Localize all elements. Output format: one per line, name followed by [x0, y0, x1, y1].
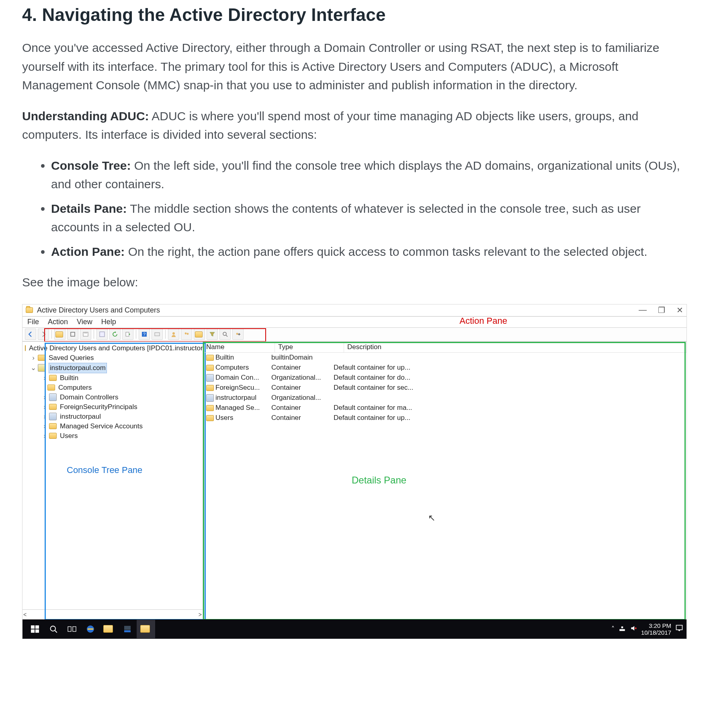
folder-icon — [49, 423, 57, 429]
minimize-button[interactable]: — — [639, 305, 647, 315]
tree-item-domain[interactable]: ⌄instructorpaul.com — [25, 363, 203, 373]
expand-icon[interactable]: › — [42, 422, 47, 431]
toolbar-separator — [51, 330, 52, 339]
window-titlebar[interactable]: Active Directory Users and Computers — ❐… — [23, 304, 686, 317]
tree-item-saved-queries[interactable]: ›Saved Queries — [25, 353, 203, 363]
tree-item-builtin[interactable]: ›Builtin — [25, 373, 203, 383]
tree-label: Domain Controllers — [60, 393, 119, 402]
console-tree-annotation: Console Tree Pane — [67, 465, 142, 475]
search-button[interactable] — [219, 329, 231, 340]
svg-line-19 — [55, 630, 57, 632]
expand-icon[interactable]: › — [42, 373, 47, 383]
ou-icon — [49, 413, 57, 420]
scroll-left-icon[interactable]: < — [23, 611, 27, 618]
menu-help[interactable]: Help — [101, 318, 116, 326]
add-to-group-button[interactable] — [232, 329, 244, 340]
details-row[interactable]: ComputersContainerDefault container for … — [203, 363, 686, 373]
show-hide-button[interactable] — [67, 329, 78, 340]
expand-icon[interactable]: › — [42, 402, 47, 412]
tree-label: Managed Service Accounts — [60, 422, 143, 431]
console-tree-pane[interactable]: Active Directory Users and Computers [IP… — [23, 342, 203, 619]
server-manager-button[interactable] — [118, 620, 137, 638]
svg-point-10 — [187, 333, 189, 335]
restore-button[interactable]: ❐ — [658, 305, 665, 315]
start-button[interactable] — [26, 620, 44, 638]
details-row[interactable]: UsersContainerDefault container for up..… — [203, 413, 686, 423]
expand-icon[interactable]: › — [42, 412, 47, 422]
col-type[interactable]: Type — [275, 342, 344, 352]
tree-label: Builtin — [60, 373, 78, 383]
explorer-button[interactable] — [100, 620, 118, 638]
tree-label: instructorpaul — [60, 412, 101, 422]
notifications-icon[interactable] — [675, 624, 683, 634]
expand-icon[interactable]: › — [42, 393, 47, 402]
aduc-paragraph: Understanding ADUC: ADUC is where you'll… — [22, 107, 687, 144]
folder-icon — [206, 405, 214, 411]
new-ou-button[interactable] — [194, 329, 205, 340]
scroll-right-icon[interactable]: > — [199, 611, 202, 618]
expand-icon[interactable]: › — [42, 431, 47, 441]
tree-item-dc[interactable]: ›Domain Controllers — [25, 393, 203, 402]
details-row[interactable]: BuiltinbuiltinDomain — [203, 353, 686, 363]
document-page: 4. Navigating the Active Directory Inter… — [0, 0, 709, 655]
cell: Container — [271, 384, 334, 392]
refresh-button[interactable] — [109, 329, 121, 340]
menu-view[interactable]: View — [77, 318, 92, 326]
collapse-icon[interactable]: ⌄ — [31, 363, 36, 373]
taskbar[interactable]: ˄ 3:20 PM 10/18/2017 — [23, 619, 686, 639]
details-row[interactable]: ForeignSecu...ContainerDefault container… — [203, 383, 686, 393]
menu-file[interactable]: File — [27, 318, 39, 326]
tray-expand-icon[interactable]: ˄ — [611, 625, 615, 633]
aduc-taskbar-button[interactable] — [137, 620, 155, 638]
up-button[interactable] — [54, 329, 66, 340]
close-button[interactable]: ✕ — [676, 305, 683, 315]
tree-item-instructorpaul[interactable]: ›instructorpaul — [25, 412, 203, 422]
details-row[interactable]: Managed Se...ContainerDefault container … — [203, 403, 686, 413]
export-button[interactable] — [122, 329, 133, 340]
window-title: Active Directory Users and Computers — [37, 306, 160, 315]
tree-item-fsp[interactable]: ›ForeignSecurityPrincipals — [25, 402, 203, 412]
find-button[interactable] — [152, 329, 163, 340]
section-heading: 4. Navigating the Active Directory Inter… — [22, 5, 687, 25]
list-item-bold: Action Pane: — [51, 245, 125, 258]
details-header[interactable]: Name Type Description — [203, 342, 686, 353]
svg-rect-20 — [68, 627, 71, 631]
delete-button[interactable] — [80, 329, 91, 340]
back-button[interactable] — [25, 329, 36, 340]
network-icon[interactable] — [619, 625, 626, 633]
volume-icon[interactable] — [630, 625, 637, 633]
taskbar-clock[interactable]: 3:20 PM 10/18/2017 — [641, 622, 671, 636]
new-group-button[interactable] — [181, 329, 192, 340]
col-desc[interactable]: Description — [344, 342, 686, 352]
svg-text:?: ? — [143, 332, 145, 337]
console-tree[interactable]: Active Directory Users and Computers [IP… — [23, 342, 203, 609]
folder-icon — [206, 385, 214, 391]
col-name[interactable]: Name — [203, 342, 275, 352]
ou-icon — [206, 394, 214, 402]
details-row[interactable]: instructorpaulOrganizational... — [203, 393, 686, 403]
tree-item-users[interactable]: ›Users — [25, 431, 203, 441]
folder-icon — [103, 625, 113, 633]
expand-icon[interactable]: › — [31, 353, 36, 363]
svg-point-11 — [223, 332, 226, 335]
menu-action[interactable]: Action — [48, 318, 68, 326]
ie-button[interactable] — [81, 620, 100, 638]
details-pane[interactable]: Details Pane ↖ Name Type Description Bui… — [203, 342, 686, 619]
filter-button[interactable] — [207, 329, 218, 340]
new-user-button[interactable] — [168, 329, 179, 340]
task-view-button[interactable] — [63, 620, 81, 638]
svg-rect-14 — [31, 625, 35, 628]
tree-root[interactable]: Active Directory Users and Computers [IP… — [25, 343, 203, 353]
tree-scrollbar[interactable]: < > — [23, 609, 203, 619]
forward-button[interactable] — [38, 329, 49, 340]
folder-icon — [206, 355, 214, 361]
properties-button[interactable] — [96, 329, 108, 340]
folder-icon — [49, 375, 57, 381]
folder-icon — [140, 625, 150, 633]
tree-item-computers[interactable]: Computers — [25, 383, 203, 393]
help-button[interactable]: ? — [139, 329, 150, 340]
tree-item-msa[interactable]: ›Managed Service Accounts — [25, 422, 203, 431]
svg-rect-4 — [126, 332, 129, 336]
details-row[interactable]: Domain Con...Organizational...Default co… — [203, 373, 686, 383]
search-taskbar-button[interactable] — [44, 620, 63, 638]
